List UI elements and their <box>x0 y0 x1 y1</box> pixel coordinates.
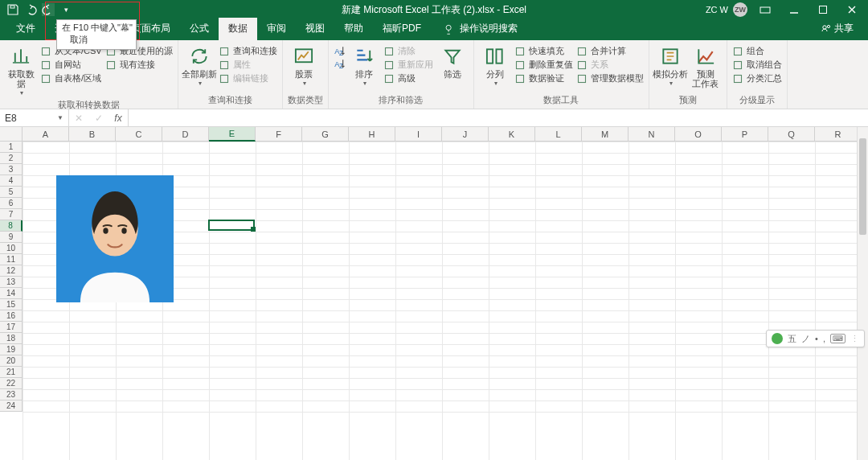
scrollbar-thumb[interactable] <box>859 138 866 235</box>
table-range-button[interactable]: 自表格/区域 <box>40 72 102 84</box>
column-header[interactable]: R <box>815 127 862 142</box>
tab-审阅[interactable]: 审阅 <box>257 18 296 40</box>
row-header[interactable]: 20 <box>0 355 23 367</box>
ime-item[interactable]: , <box>823 334 825 343</box>
qat-customize-icon[interactable]: ▾ <box>59 3 72 16</box>
ime-toolbar[interactable]: 五 ノ • , ⌨ ⋮ <box>766 330 865 347</box>
tab-file[interactable]: 文件 <box>6 18 45 40</box>
ungroup-button[interactable]: 取消组合 <box>732 59 782 71</box>
tab-福昕PDF[interactable]: 福昕PDF <box>373 18 431 40</box>
model-button[interactable]: 管理数据模型 <box>576 72 644 84</box>
row-header[interactable]: 13 <box>0 277 23 288</box>
relations-button[interactable]: 关系 <box>576 59 644 71</box>
save-icon[interactable] <box>6 3 19 16</box>
dedup-button[interactable]: 删除重复值 <box>514 59 573 71</box>
row-header[interactable]: 1 <box>0 142 23 153</box>
ribbon-display-icon[interactable] <box>754 2 776 18</box>
tab-数据[interactable]: 数据 <box>219 18 257 40</box>
refresh-button[interactable]: 全部刷新 <box>183 43 215 88</box>
flash-button[interactable]: 快速填充 <box>514 45 573 57</box>
clear-button[interactable]: 清除 <box>383 45 433 57</box>
row-header[interactable]: 7 <box>0 209 23 220</box>
sort-asc-button[interactable]: AZ <box>334 45 345 56</box>
row-header[interactable]: 2 <box>0 153 23 164</box>
row-header[interactable]: 21 <box>0 367 23 378</box>
name-box[interactable]: E8 ▼ <box>0 109 69 126</box>
row-header[interactable]: 3 <box>0 164 23 175</box>
account-chip[interactable]: ZC W ZW <box>706 2 747 17</box>
fx-icon[interactable]: fx <box>114 113 121 124</box>
reapply-button[interactable]: 重新应用 <box>383 59 433 71</box>
stocks-button[interactable]: 股票 <box>288 43 320 88</box>
row-header[interactable]: 17 <box>0 322 23 333</box>
links-button[interactable]: 编辑链接 <box>219 72 277 84</box>
column-header[interactable]: N <box>628 127 675 142</box>
cells-area[interactable] <box>23 142 868 460</box>
web-button[interactable]: 自网站 <box>40 59 102 71</box>
group-button[interactable]: 组合 <box>732 45 782 57</box>
embedded-image[interactable] <box>56 175 174 302</box>
column-header[interactable]: G <box>302 127 349 142</box>
text-to-cols-button[interactable]: 分列 <box>479 43 511 88</box>
tell-me-search[interactable]: 操作说明搜索 <box>458 18 527 40</box>
row-header[interactable]: 6 <box>0 198 23 209</box>
column-header[interactable]: C <box>116 127 162 142</box>
query-button[interactable]: 查询和连接 <box>219 45 277 57</box>
row-header[interactable]: 11 <box>0 254 23 265</box>
column-header[interactable]: P <box>722 127 768 142</box>
formula-input[interactable] <box>129 109 868 126</box>
column-header[interactable]: Q <box>768 127 815 142</box>
column-header[interactable]: A <box>23 127 69 142</box>
ime-item[interactable]: ノ <box>801 333 810 345</box>
row-header[interactable]: 12 <box>0 265 23 277</box>
connection-button[interactable]: 现有连接 <box>105 59 173 71</box>
column-header[interactable]: F <box>256 127 302 142</box>
subtotal-button[interactable]: 分类汇总 <box>732 72 782 84</box>
minimize-icon[interactable] <box>783 2 805 18</box>
row-header[interactable]: 24 <box>0 400 23 412</box>
row-header[interactable]: 18 <box>0 333 23 344</box>
select-all-corner[interactable] <box>0 127 23 142</box>
row-header[interactable]: 14 <box>0 288 23 299</box>
tab-公式[interactable]: 公式 <box>180 18 219 40</box>
close-icon[interactable] <box>841 2 863 18</box>
active-cell[interactable] <box>208 220 255 231</box>
share-button[interactable]: 共享 <box>807 18 868 40</box>
consolidate-button[interactable]: 合并计算 <box>576 45 644 57</box>
tab-视图[interactable]: 视图 <box>296 18 334 40</box>
spreadsheet-grid[interactable]: ABCDEFGHIJKLMNOPQR 123456789101112131415… <box>0 127 868 460</box>
maximize-icon[interactable] <box>812 2 834 18</box>
column-header[interactable]: M <box>582 127 628 142</box>
ime-item[interactable]: • <box>815 334 818 343</box>
get-data-button[interactable]: 获取数据 <box>5 43 37 97</box>
sort-button[interactable]: 排序 <box>348 43 380 88</box>
filter-button[interactable]: 筛选 <box>436 43 469 79</box>
ime-keyboard-icon[interactable]: ⌨ <box>830 334 845 343</box>
row-header[interactable]: 4 <box>0 175 23 187</box>
ime-more-icon[interactable]: ⋮ <box>850 334 859 344</box>
row-header[interactable]: 10 <box>0 243 23 254</box>
row-header[interactable]: 9 <box>0 232 23 243</box>
row-header[interactable]: 5 <box>0 187 23 198</box>
advanced-button[interactable]: 高级 <box>383 72 433 84</box>
whatif-button[interactable]: 模拟分析 <box>654 43 686 88</box>
column-header[interactable]: B <box>69 127 116 142</box>
column-header[interactable]: D <box>162 127 209 142</box>
tab-帮助[interactable]: 帮助 <box>334 18 373 40</box>
props-button[interactable]: 属性 <box>219 59 277 71</box>
redo-icon[interactable] <box>42 3 55 16</box>
column-header[interactable]: O <box>675 127 722 142</box>
column-header[interactable]: K <box>489 127 535 142</box>
forecast-button[interactable]: 预测工作表 <box>690 43 722 88</box>
row-header[interactable]: 22 <box>0 378 23 389</box>
row-header[interactable]: 15 <box>0 299 23 310</box>
row-header[interactable]: 16 <box>0 310 23 322</box>
column-header[interactable]: E <box>209 127 256 142</box>
row-header[interactable]: 8 <box>0 220 23 232</box>
sort-desc-button[interactable]: AZ <box>334 58 345 69</box>
column-header[interactable]: J <box>442 127 489 142</box>
validate-button[interactable]: 数据验证 <box>514 72 573 84</box>
vertical-scrollbar[interactable] <box>857 127 868 460</box>
undo-icon[interactable] <box>24 3 37 16</box>
column-header[interactable]: L <box>535 127 582 142</box>
